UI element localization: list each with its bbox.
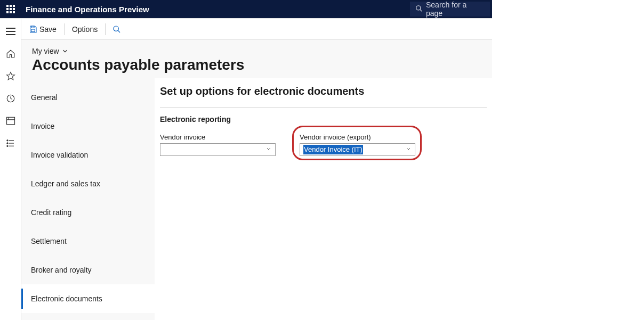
subsection-title: Electronic reporting — [160, 115, 487, 124]
svg-point-19 — [114, 26, 118, 31]
vendor-invoice-export-field: Vendor invoice (export) Vendor Invoice (… — [300, 133, 415, 156]
tab-label: Ledger and sales tax — [31, 179, 100, 188]
svg-point-0 — [416, 5, 421, 10]
chevron-down-icon — [405, 146, 412, 154]
search-icon — [415, 5, 423, 14]
hamburger-menu-button[interactable] — [3, 24, 18, 39]
tab-invoice-validation[interactable]: Invoice validation — [21, 141, 155, 169]
tab-credit-rating[interactable]: Credit rating — [21, 198, 155, 227]
tab-label: Credit rating — [31, 208, 71, 217]
modules-button[interactable] — [3, 136, 18, 151]
save-button-label: Save — [39, 25, 57, 34]
separator — [64, 23, 65, 35]
tab-label: General — [31, 93, 58, 102]
separator — [105, 23, 106, 35]
vendor-invoice-export-dropdown[interactable]: Vendor Invoice (IT) — [300, 143, 415, 156]
svg-line-20 — [118, 30, 120, 32]
options-button[interactable]: Options — [68, 21, 102, 37]
tab-settlement[interactable]: Settlement — [21, 227, 155, 256]
section-title: Set up options for electronic documents — [160, 85, 487, 107]
vendor-invoice-export-label: Vendor invoice (export) — [300, 133, 415, 141]
workspace: Save Options My view Accounts — [21, 19, 492, 320]
vendor-invoice-field: Vendor invoice — [160, 133, 276, 156]
tab-ledger-and-sales-tax[interactable]: Ledger and sales tax — [21, 169, 155, 198]
tab-broker-and-royalty[interactable]: Broker and royalty — [21, 256, 155, 284]
vendor-invoice-dropdown[interactable] — [160, 143, 276, 156]
recent-button[interactable] — [3, 91, 18, 106]
side-tabs: General Invoice Invoice validation Ledge… — [21, 78, 155, 320]
tab-general[interactable]: General — [21, 83, 155, 112]
chevron-down-icon — [265, 146, 272, 154]
app-title: Finance and Operations Preview — [21, 5, 149, 14]
waffle-icon — [6, 5, 15, 13]
svg-line-7 — [11, 99, 12, 100]
save-button[interactable]: Save — [25, 21, 61, 37]
svg-line-1 — [420, 9, 422, 11]
app-launcher-button[interactable] — [0, 0, 21, 18]
page-head: My view Accounts payable parameters — [21, 40, 492, 78]
vendor-invoice-label: Vendor invoice — [160, 133, 276, 141]
save-icon — [29, 25, 37, 34]
action-bar: Save Options — [21, 19, 492, 40]
options-button-label: Options — [72, 25, 98, 34]
view-selector[interactable]: My view — [32, 47, 69, 55]
vendor-invoice-export-value: Vendor Invoice (IT) — [303, 145, 363, 154]
tab-label: Settlement — [31, 237, 67, 245]
global-search-placeholder: Search for a page — [426, 1, 485, 18]
search-icon — [112, 25, 121, 34]
top-header: Finance and Operations Preview Search fo… — [0, 0, 492, 18]
filter-pane-button[interactable] — [109, 21, 125, 37]
chevron-down-icon — [61, 47, 69, 55]
tab-electronic-documents[interactable]: Electronic documents — [21, 284, 155, 313]
tab-label: Broker and royalty — [31, 266, 92, 274]
svg-rect-18 — [31, 29, 35, 32]
page-title: Accounts payable parameters — [32, 56, 481, 73]
svg-rect-8 — [6, 117, 14, 125]
separator — [160, 107, 487, 108]
tab-label: Invoice validation — [31, 151, 88, 159]
home-button[interactable] — [3, 46, 18, 61]
view-selector-label: My view — [32, 47, 59, 55]
workspaces-button[interactable] — [3, 113, 18, 128]
main-panel: Set up options for electronic documents … — [155, 78, 492, 320]
tab-label: Invoice — [31, 122, 54, 130]
svg-point-13 — [6, 143, 8, 144]
svg-point-11 — [6, 140, 8, 141]
svg-rect-17 — [31, 26, 34, 28]
left-nav-rail — [0, 19, 21, 320]
tab-invoice[interactable]: Invoice — [21, 112, 155, 141]
content-row: General Invoice Invoice validation Ledge… — [21, 78, 492, 320]
tab-label: Electronic documents — [31, 294, 102, 303]
favorites-button[interactable] — [3, 69, 18, 84]
svg-point-15 — [6, 145, 8, 147]
global-search[interactable]: Search for a page — [410, 2, 490, 17]
